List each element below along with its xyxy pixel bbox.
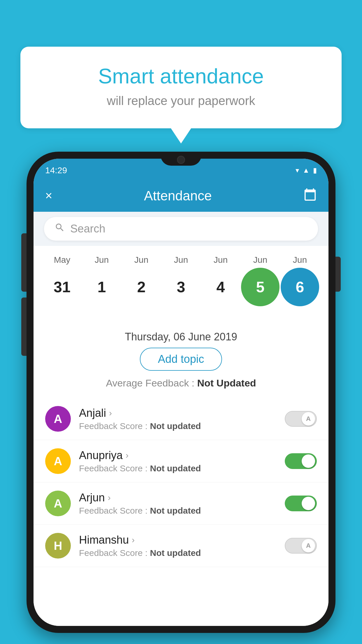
chevron-right-icon: › <box>109 408 112 418</box>
student-name-himanshu: Himanshu › <box>79 534 277 546</box>
calendar-month-1: Jun <box>82 255 121 265</box>
student-info-himanshu: Himanshu › Feedback Score : Not updated <box>79 534 277 558</box>
calendar-day-3[interactable]: 3 <box>162 268 200 306</box>
calendar-day-5-today[interactable]: 5 <box>241 268 280 306</box>
speech-bubble-subtitle: will replace your paperwork <box>44 94 318 108</box>
calendar-day-6-selected[interactable]: 6 <box>281 268 319 306</box>
search-input[interactable]: Search <box>70 223 105 235</box>
student-avatar-himanshu: H <box>45 533 71 559</box>
search-bar-container: Search <box>34 212 328 246</box>
student-item-anjali[interactable]: A Anjali › Feedback Score : Not updated … <box>34 398 328 440</box>
calendar-months-row: May Jun Jun Jun Jun Jun Jun <box>34 255 328 265</box>
phone-notch <box>161 152 201 166</box>
battery-icon: ▮ <box>313 166 317 174</box>
search-input-wrapper[interactable]: Search <box>44 217 318 241</box>
calendar-section: May Jun Jun Jun Jun Jun Jun 31 1 2 3 4 5… <box>34 249 328 312</box>
student-info-arjun: Arjun › Feedback Score : Not updated <box>79 491 277 516</box>
add-topic-button[interactable]: Add topic <box>140 348 222 371</box>
calendar-month-5: Jun <box>241 255 280 265</box>
selected-date-label: Thursday, 06 June 2019 <box>34 331 328 343</box>
toggle-knob-arjun: P <box>302 497 315 510</box>
chevron-right-icon: › <box>126 450 129 460</box>
student-name-anjali: Anjali › <box>79 407 277 419</box>
speech-bubble: Smart attendance will replace your paper… <box>20 47 342 128</box>
avg-feedback: Average Feedback : Not Updated <box>34 377 328 389</box>
student-info-anjali: Anjali › Feedback Score : Not updated <box>79 407 277 431</box>
calendar-icon[interactable] <box>303 188 317 204</box>
attendance-toggle-himanshu[interactable]: A <box>285 538 317 554</box>
student-score-arjun: Feedback Score : Not updated <box>79 506 277 516</box>
search-icon <box>55 222 65 235</box>
attendance-toggle-anjali[interactable]: A <box>285 411 317 427</box>
calendar-month-0: May <box>43 255 81 265</box>
calendar-month-4: Jun <box>201 255 240 265</box>
calendar-day-4[interactable]: 4 <box>201 268 240 306</box>
phone-camera <box>177 156 185 164</box>
student-score-anjali: Feedback Score : Not updated <box>79 421 277 431</box>
toggle-knob-himanshu: A <box>302 539 315 552</box>
phone-outer: 14:29 ▾ ▲ ▮ × Attendance <box>27 152 335 633</box>
avg-feedback-label: Average Feedback : <box>106 377 197 388</box>
calendar-day-2[interactable]: 2 <box>122 268 161 306</box>
speech-bubble-title: Smart attendance <box>44 64 318 88</box>
calendar-day-31[interactable]: 31 <box>43 268 81 306</box>
app-bar: × Attendance <box>34 180 328 212</box>
avg-feedback-value: Not Updated <box>197 377 256 388</box>
student-avatar-anjali: A <box>45 406 71 432</box>
calendar-days-row: 31 1 2 3 4 5 6 <box>34 268 328 306</box>
student-score-anupriya: Feedback Score : Not updated <box>79 463 277 473</box>
student-info-anupriya: Anupriya › Feedback Score : Not updated <box>79 449 277 473</box>
student-score-himanshu: Feedback Score : Not updated <box>79 548 277 558</box>
student-item-anupriya[interactable]: A Anupriya › Feedback Score : Not update… <box>34 440 328 482</box>
student-item-himanshu[interactable]: H Himanshu › Feedback Score : Not update… <box>34 525 328 567</box>
student-avatar-anupriya: A <box>45 448 71 474</box>
student-list: A Anjali › Feedback Score : Not updated … <box>34 398 328 626</box>
calendar-day-1[interactable]: 1 <box>82 268 121 306</box>
speech-bubble-wrapper: Smart attendance will replace your paper… <box>20 47 342 128</box>
toggle-knob-anjali: A <box>302 412 315 426</box>
calendar-month-3: Jun <box>162 255 200 265</box>
attendance-toggle-anupriya[interactable]: P <box>285 453 317 469</box>
student-name-arjun: Arjun › <box>79 491 277 504</box>
toggle-knob-anupriya: P <box>302 454 315 468</box>
student-name-anupriya: Anupriya › <box>79 449 277 462</box>
status-icons: ▾ ▲ ▮ <box>296 166 317 174</box>
chevron-right-icon: › <box>108 493 111 503</box>
app-bar-title: Attendance <box>144 188 212 204</box>
calendar-month-6: Jun <box>281 255 319 265</box>
attendance-toggle-arjun[interactable]: P <box>285 496 317 511</box>
phone-device: 14:29 ▾ ▲ ▮ × Attendance <box>27 152 335 633</box>
phone-screen: 14:29 ▾ ▲ ▮ × Attendance <box>34 159 328 626</box>
status-time: 14:29 <box>45 165 67 175</box>
add-topic-label: Add topic <box>158 353 204 365</box>
calendar-month-2: Jun <box>122 255 161 265</box>
signal-icon: ▲ <box>303 166 310 174</box>
student-avatar-arjun: A <box>45 491 71 516</box>
student-item-arjun[interactable]: A Arjun › Feedback Score : Not updated P <box>34 482 328 525</box>
chevron-right-icon: › <box>132 535 135 545</box>
close-button[interactable]: × <box>45 189 52 203</box>
wifi-icon: ▾ <box>296 166 299 174</box>
